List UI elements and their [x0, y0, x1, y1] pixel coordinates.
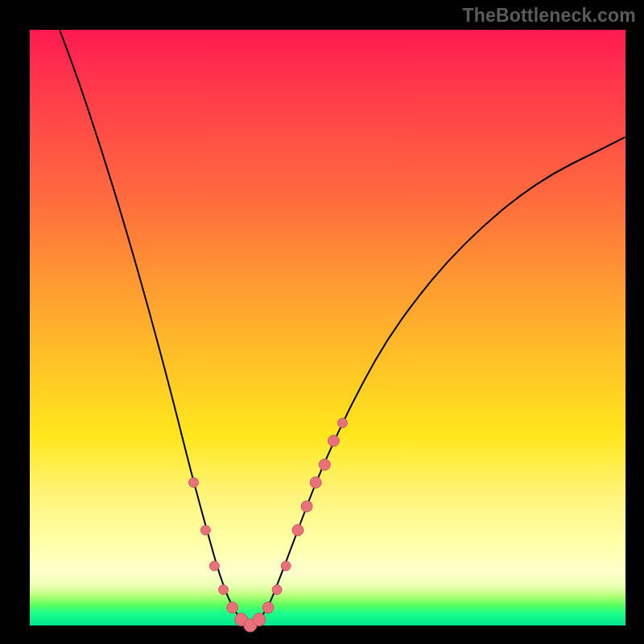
- data-point: [209, 561, 219, 571]
- data-point: [338, 418, 348, 427]
- data-point: [310, 477, 321, 488]
- data-point: [328, 436, 339, 447]
- chart-frame: TheBottleneck.com: [0, 0, 644, 644]
- marker-group: [189, 418, 348, 632]
- data-point: [219, 585, 229, 595]
- bottleneck-curve: [60, 30, 625, 624]
- data-point: [200, 526, 210, 535]
- data-point: [319, 459, 330, 470]
- data-point: [281, 561, 291, 571]
- data-point: [189, 477, 199, 487]
- data-point: [262, 602, 274, 613]
- chart-svg: [30, 30, 625, 625]
- data-point: [253, 613, 266, 626]
- data-point: [227, 602, 238, 613]
- data-point: [272, 585, 282, 595]
- data-point: [292, 525, 303, 536]
- watermark-label: TheBottleneck.com: [462, 6, 636, 25]
- data-point: [301, 501, 312, 512]
